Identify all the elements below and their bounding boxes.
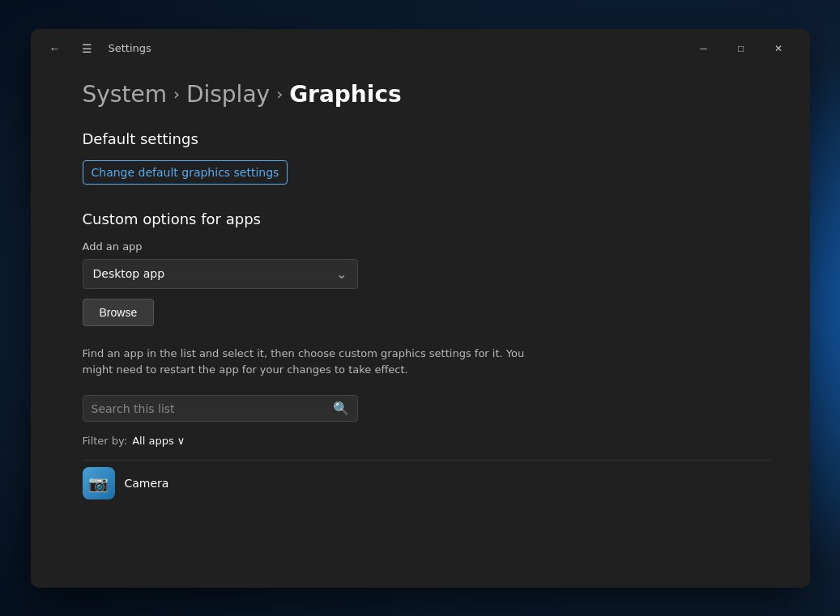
close-button[interactable]: ✕ <box>760 36 797 62</box>
default-settings-title: Default settings <box>83 130 771 147</box>
maximize-button[interactable]: □ <box>723 36 760 62</box>
breadcrumb-graphics: Graphics <box>289 81 402 108</box>
app-name-camera: Camera <box>125 477 169 490</box>
breadcrumb-sep-1: › <box>173 84 180 104</box>
change-default-graphics-link[interactable]: Change default graphics settings <box>83 160 288 185</box>
title-bar: ← ☰ Settings ─ □ ✕ <box>31 29 810 68</box>
search-container: 🔍 <box>83 395 358 422</box>
add-app-label: Add an app <box>83 240 771 253</box>
filter-value-text: All apps <box>132 435 174 447</box>
filter-chevron-icon: ∨ <box>177 435 185 447</box>
breadcrumb-display[interactable]: Display <box>186 81 270 108</box>
back-button[interactable]: ← <box>44 37 66 60</box>
app-list: 📷 Camera <box>83 460 771 506</box>
search-icon: 🔍 <box>333 401 349 416</box>
menu-button[interactable]: ☰ <box>76 37 99 60</box>
minimize-button[interactable]: ─ <box>685 36 723 62</box>
dropdown-value: Desktop app <box>93 267 165 280</box>
app-icon-camera: 📷 <box>83 467 115 499</box>
window-title: Settings <box>109 42 151 54</box>
chevron-down-icon: ⌄ <box>336 266 347 282</box>
breadcrumb: System › Display › Graphics <box>83 81 771 108</box>
info-text: Find an app in the list and select it, t… <box>83 346 528 380</box>
filter-row: Filter by: All apps ∨ <box>83 435 771 447</box>
browse-button[interactable]: Browse <box>83 299 155 326</box>
window-controls: ─ □ ✕ <box>685 36 797 62</box>
title-bar-left: ← ☰ Settings <box>44 37 685 60</box>
filter-label: Filter by: <box>83 435 128 447</box>
content-area: System › Display › Graphics Default sett… <box>31 68 810 588</box>
breadcrumb-sep-2: › <box>276 84 283 104</box>
breadcrumb-system[interactable]: System <box>83 81 167 108</box>
filter-value-dropdown[interactable]: All apps ∨ <box>132 435 185 447</box>
search-input[interactable] <box>92 402 333 415</box>
custom-options-title: Custom options for apps <box>83 210 771 227</box>
list-item[interactable]: 📷 Camera <box>83 460 771 506</box>
app-type-dropdown[interactable]: Desktop app ⌄ <box>83 259 358 289</box>
settings-window: ← ☰ Settings ─ □ ✕ System › Display › Gr… <box>31 29 810 588</box>
